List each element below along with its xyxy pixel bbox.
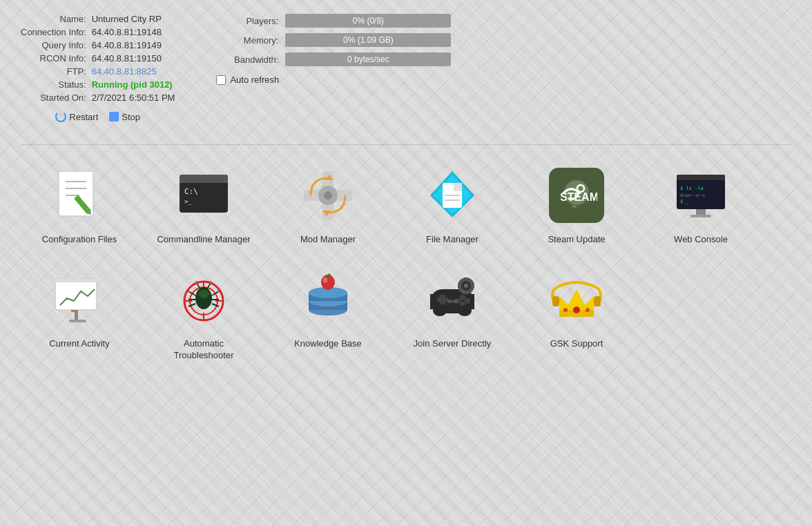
auto-troubleshooter-icon (176, 272, 231, 327)
svg-text:™: ™ (571, 204, 577, 211)
query-value: 64.40.8.81:19149 (92, 40, 175, 50)
icon-item-cmd-manager[interactable]: C:\ >_ Commandline Manager (145, 155, 262, 253)
gsk-support-label: GSK Support (550, 338, 603, 350)
svg-point-84 (464, 284, 468, 288)
bandwidth-label: Bandwidth: (216, 55, 278, 65)
svg-rect-93 (594, 296, 601, 306)
connection-value: 64.40.8.81:19148 (92, 27, 175, 37)
icon-item-knowledge-base[interactable]: Knowledge Base (269, 260, 387, 369)
icons-grid: Configuration Files C:\ >_ Commandline M… (21, 155, 791, 369)
icon-item-steam-update[interactable]: STEAM ™ Steam Update (518, 155, 635, 253)
current-activity-label: Current Activity (49, 338, 109, 350)
name-value: Unturned City RP (92, 14, 175, 24)
steam-update-icon: STEAM ™ (549, 168, 604, 223)
started-value: 2/7/2021 6:50:51 PM (92, 92, 175, 103)
svg-rect-88 (471, 284, 474, 288)
svg-point-75 (465, 298, 470, 304)
mod-manager-icon-wrapper (295, 162, 361, 228)
svg-point-69 (323, 277, 327, 283)
connection-label: Connection Info: (21, 27, 86, 37)
icon-item-gsk-support[interactable]: GSK Support (518, 260, 635, 369)
restart-button[interactable]: Restart (52, 110, 101, 124)
ftp-label: FTP: (21, 66, 86, 77)
icon-item-config-files[interactable]: Configuration Files (21, 155, 138, 253)
icon-item-join-server[interactable]: Join Server Directly (394, 260, 511, 369)
auto-refresh-label: Auto refresh (230, 75, 279, 85)
svg-rect-41 (71, 310, 75, 312)
svg-rect-32 (677, 177, 725, 180)
status-label: Status: (21, 79, 86, 90)
svg-rect-86 (464, 291, 468, 294)
cmd-manager-icon: C:\ >_ (176, 168, 231, 223)
svg-text:>_: >_ (184, 198, 192, 205)
bandwidth-bar: 0 bytes/sec (285, 52, 451, 66)
auto-troubleshooter-icon-wrapper (171, 266, 237, 333)
web-console-label: Web Console (674, 234, 728, 246)
gsk-support-icon (549, 272, 604, 327)
restart-icon (55, 111, 66, 122)
svg-rect-34 (690, 215, 711, 217)
icon-item-web-console[interactable]: $ ls -la drwxr-xr-x $ _ Web Console (642, 155, 760, 253)
svg-rect-85 (464, 277, 468, 281)
svg-text:$ _: $ _ (680, 199, 689, 204)
web-console-icon-wrapper: $ ls -la drwxr-xr-x $ _ (668, 162, 734, 228)
ftp-value: 64.40.8.81:8825 (92, 66, 175, 77)
stop-button[interactable]: Stop (106, 110, 143, 124)
stop-icon (109, 112, 119, 121)
svg-point-89 (573, 306, 580, 313)
web-console-icon: $ ls -la drwxr-xr-x $ _ (673, 168, 728, 223)
file-manager-icon-wrapper (419, 162, 485, 228)
file-manager-icon (425, 168, 480, 223)
started-label: Started On: (21, 92, 86, 103)
svg-point-81 (458, 305, 472, 316)
divider (21, 144, 791, 145)
svg-line-54 (188, 304, 195, 306)
svg-text:$ ls -la: $ ls -la (680, 186, 704, 191)
knowledge-base-label: Knowledge Base (294, 338, 362, 350)
join-server-label: Join Server Directly (414, 338, 492, 350)
auto-refresh-checkbox[interactable] (216, 75, 226, 85)
svg-rect-92 (552, 296, 559, 306)
cmd-manager-label: Commandline Manager (157, 234, 250, 246)
players-label: Players: (216, 16, 278, 26)
config-files-icon-wrapper (46, 162, 113, 228)
join-server-icon-wrapper (419, 266, 485, 333)
restart-label: Restart (69, 112, 98, 122)
stop-label: Stop (122, 112, 140, 122)
icon-item-mod-manager[interactable]: Mod Manager (269, 155, 387, 253)
players-bar: 0% (0/8) (285, 14, 451, 28)
svg-point-90 (563, 308, 568, 312)
svg-point-80 (433, 305, 447, 316)
memory-label: Memory: (216, 35, 278, 46)
config-files-icon (52, 168, 107, 223)
svg-point-91 (586, 308, 590, 312)
knowledge-base-icon-wrapper (295, 266, 361, 333)
svg-rect-73 (440, 295, 445, 304)
memory-bar: 0% (1.09 GB) (285, 33, 451, 47)
svg-point-60 (195, 281, 198, 284)
svg-line-57 (212, 304, 219, 306)
config-files-label: Configuration Files (42, 234, 117, 246)
name-label: Name: (21, 14, 86, 24)
gsk-support-icon-wrapper (543, 266, 610, 333)
steam-update-icon-wrapper: STEAM ™ (543, 162, 610, 228)
bandwidth-value: 0 bytes/sec (347, 55, 389, 64)
svg-point-16 (324, 191, 332, 199)
svg-text:C:\: C:\ (184, 187, 198, 196)
svg-text:drwxr-xr-x: drwxr-xr-x (680, 193, 706, 197)
icon-item-file-manager[interactable]: File Manager (394, 155, 511, 253)
icon-item-current-activity[interactable]: Current Activity (21, 260, 138, 369)
auto-troubleshooter-label: AutomaticTroubleshooter (174, 338, 234, 362)
mod-manager-label: Mod Manager (300, 234, 356, 246)
icon-item-auto-troubleshooter[interactable]: AutomaticTroubleshooter (145, 260, 262, 369)
svg-rect-23 (454, 183, 462, 191)
cmd-manager-icon-wrapper: C:\ >_ (171, 162, 237, 228)
svg-point-51 (198, 290, 209, 298)
current-activity-icon-wrapper (46, 266, 113, 333)
svg-rect-78 (447, 300, 452, 303)
file-manager-label: File Manager (426, 234, 478, 246)
svg-rect-79 (453, 300, 458, 303)
knowledge-base-icon (300, 272, 356, 327)
memory-value: 0% (1.09 GB) (343, 35, 394, 45)
svg-rect-39 (55, 279, 97, 282)
